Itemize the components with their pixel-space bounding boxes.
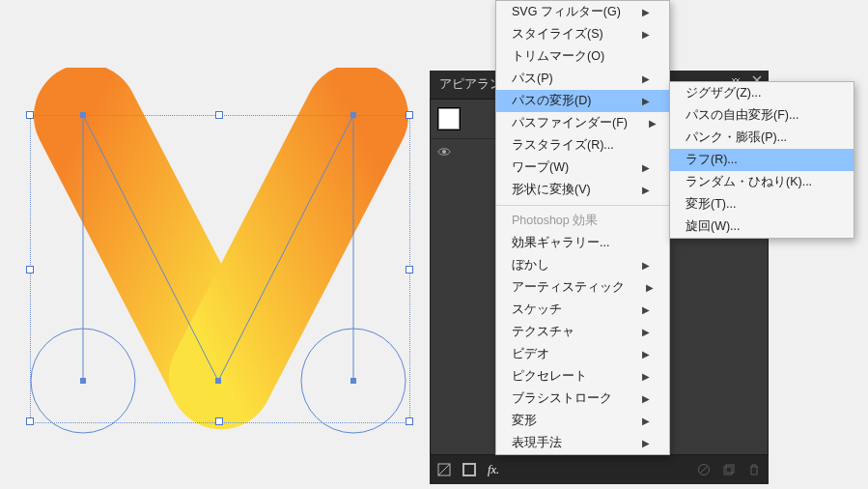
submenu-arrow-icon: ▶ <box>649 118 657 129</box>
panel-footer: fx. <box>430 454 769 484</box>
menu-item-label: ビデオ <box>512 346 549 362</box>
submenu-item[interactable]: 変形(T)... <box>670 193 854 216</box>
submenu-arrow-icon: ▶ <box>646 282 654 293</box>
submenu-arrow-icon: ▶ <box>642 185 650 195</box>
submenu-item-label: 旋回(W)... <box>686 218 741 235</box>
menu-item-label: ラスタライズ(R)... <box>512 137 614 154</box>
menu-item[interactable]: ラスタライズ(R)... <box>496 134 669 157</box>
footer-duplicate-icon[interactable] <box>722 463 736 476</box>
handle-ne[interactable] <box>406 111 413 119</box>
footer-cancel-icon[interactable] <box>697 463 711 476</box>
menu-item-label: パスファインダー(F) <box>512 115 628 131</box>
footer-none-icon[interactable] <box>437 463 451 476</box>
menu-item[interactable]: テクスチャ▶ <box>496 321 669 343</box>
submenu-arrow-icon: ▶ <box>642 260 650 271</box>
menu-item[interactable]: スケッチ▶ <box>496 299 669 321</box>
svg-line-9 <box>438 464 450 475</box>
menu-item[interactable]: スタイライズ(S)▶ <box>496 23 669 45</box>
submenu-arrow-icon: ▶ <box>642 349 650 360</box>
menu-item-label: アーティスティック <box>512 279 625 296</box>
handle-e[interactable] <box>406 266 413 273</box>
submenu-arrow-icon: ▶ <box>642 304 650 315</box>
submenu-item-label: 変形(T)... <box>686 196 736 213</box>
menu-item[interactable]: パスファインダー(F)▶ <box>496 112 669 134</box>
footer-stroke-icon[interactable] <box>462 463 476 476</box>
menu-item[interactable]: SVG フィルター(G)▶ <box>496 1 669 23</box>
submenu-item-label: パスの自由変形(F)... <box>686 107 798 124</box>
menu-item-label: スケッチ <box>512 302 562 318</box>
submenu-arrow-icon: ▶ <box>642 393 650 404</box>
submenu-item-label: ランダム・ひねり(K)... <box>686 174 812 190</box>
menu-item[interactable]: ビデオ▶ <box>496 343 669 365</box>
menu-item-label: 変形 <box>512 413 537 429</box>
distort-transform-submenu: ジグザグ(Z)...パスの自由変形(F)...パンク・膨張(P)...ラフ(R)… <box>669 81 854 239</box>
menu-item-label: SVG フィルター(G) <box>512 4 621 20</box>
menu-item[interactable]: アーティスティック▶ <box>496 276 669 299</box>
submenu-item[interactable]: パンク・膨張(P)... <box>670 127 854 149</box>
menu-item-label: 効果ギャラリー... <box>512 235 609 251</box>
submenu-item-label: ラフ(R)... <box>686 152 738 168</box>
svg-rect-13 <box>724 467 732 475</box>
effects-menu: SVG フィルター(G)▶スタイライズ(S)▶トリムマーク(O)パス(P)▶パス… <box>495 0 670 455</box>
menu-item-label: ピクセレート <box>512 368 587 385</box>
menu-item[interactable]: パスの変形(D)▶ <box>496 90 669 112</box>
submenu-item[interactable]: ランダム・ひねり(K)... <box>670 171 854 193</box>
footer-trash-icon[interactable] <box>747 463 761 476</box>
menu-item-label: パスの変形(D) <box>512 93 591 109</box>
svg-rect-14 <box>726 465 734 473</box>
app-stage: アピアランス fx. <box>0 0 868 489</box>
menu-item[interactable]: ぼかし▶ <box>496 254 669 276</box>
menu-item[interactable]: パス(P)▶ <box>496 68 669 90</box>
visibility-eye-icon[interactable] <box>437 145 451 158</box>
submenu-item[interactable]: ジグザグ(Z)... <box>670 82 854 104</box>
submenu-arrow-icon: ▶ <box>642 438 650 448</box>
fx-menu-button[interactable]: fx. <box>488 463 499 477</box>
menu-item[interactable]: 形状に変換(V)▶ <box>496 179 669 201</box>
handle-s[interactable] <box>215 417 223 425</box>
menu-item-label: ブラシストローク <box>512 390 612 407</box>
menu-item[interactable]: 表現手法▶ <box>496 432 669 454</box>
menu-item-label: テクスチャ <box>512 324 574 340</box>
menu-separator <box>496 205 669 206</box>
menu-item[interactable]: ピクセレート▶ <box>496 365 669 388</box>
menu-item-label: 形状に変換(V) <box>512 182 591 198</box>
handle-n[interactable] <box>215 111 223 119</box>
svg-point-7 <box>442 150 446 154</box>
fill-swatch[interactable] <box>437 107 461 130</box>
submenu-item[interactable]: 旋回(W)... <box>670 216 854 238</box>
menu-item-label: ぼかし <box>512 257 549 273</box>
menu-item[interactable]: ブラシストローク▶ <box>496 388 669 410</box>
submenu-arrow-icon: ▶ <box>642 96 650 106</box>
svg-rect-10 <box>463 464 475 475</box>
submenu-arrow-icon: ▶ <box>642 162 650 173</box>
submenu-item-label: ジグザグ(Z)... <box>686 85 761 101</box>
submenu-arrow-icon: ▶ <box>642 371 650 382</box>
menu-item-label: スタイライズ(S) <box>512 26 603 43</box>
menu-item-label: ワープ(W) <box>512 159 569 176</box>
submenu-item[interactable]: パスの自由変形(F)... <box>670 104 854 127</box>
menu-item[interactable]: トリムマーク(O) <box>496 45 669 68</box>
menu-item-label: 表現手法 <box>512 435 562 451</box>
submenu-arrow-icon: ▶ <box>642 416 650 426</box>
submenu-arrow-icon: ▶ <box>642 327 650 337</box>
handle-se[interactable] <box>406 417 413 425</box>
svg-line-12 <box>700 466 708 474</box>
submenu-arrow-icon: ▶ <box>642 73 650 84</box>
submenu-arrow-icon: ▶ <box>642 7 650 17</box>
submenu-item[interactable]: ラフ(R)... <box>670 149 854 171</box>
handle-w[interactable] <box>26 266 34 273</box>
menu-item[interactable]: 効果ギャラリー... <box>496 232 669 254</box>
menu-section-header: Photoshop 効果 <box>496 210 669 232</box>
menu-item[interactable]: ワープ(W)▶ <box>496 157 669 179</box>
menu-item[interactable]: 変形▶ <box>496 410 669 432</box>
handle-sw[interactable] <box>26 417 34 425</box>
submenu-arrow-icon: ▶ <box>642 29 650 40</box>
submenu-item-label: パンク・膨張(P)... <box>686 129 787 146</box>
selection-bounding-box[interactable] <box>30 115 410 423</box>
menu-item-label: トリムマーク(O) <box>512 48 604 65</box>
menu-item-label: パス(P) <box>512 71 553 87</box>
menu-section-label: Photoshop 効果 <box>512 213 598 229</box>
handle-nw[interactable] <box>26 111 34 119</box>
